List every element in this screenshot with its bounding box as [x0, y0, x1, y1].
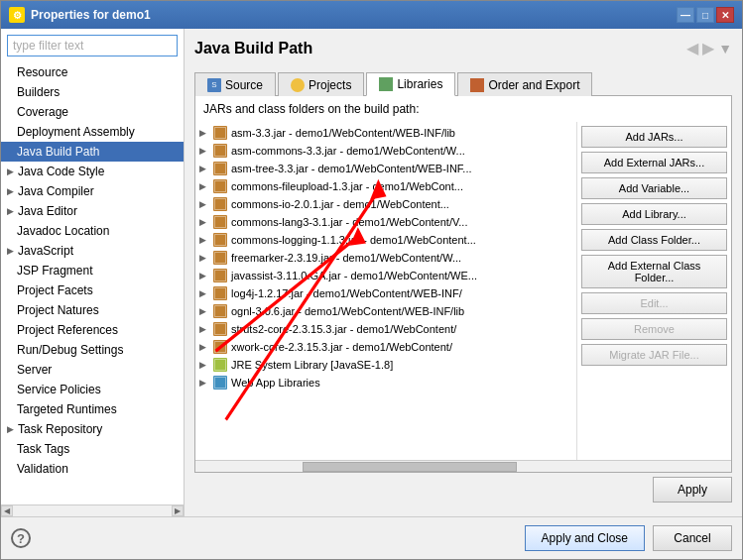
jar-icon [213, 322, 227, 336]
sidebar-item-validation[interactable]: Validation [1, 459, 184, 479]
cancel-button[interactable]: Cancel [653, 525, 732, 551]
jar-icon [213, 162, 227, 175]
lib-item-name: struts2-core-2.3.15.3.jar - demo1/WebCon… [231, 323, 456, 335]
scroll-left-button[interactable]: ◀ [1, 505, 13, 516]
sidebar-item-javascript[interactable]: ▶ JavaScript [1, 241, 184, 261]
edit-button[interactable]: Edit... [581, 292, 727, 314]
remove-button[interactable]: Remove [581, 318, 727, 340]
sidebar-item-task-repository[interactable]: ▶ Task Repository [1, 419, 184, 439]
sidebar-item-label: Java Editor [18, 204, 77, 218]
add-jars-button[interactable]: Add JARs... [581, 126, 727, 148]
close-button[interactable]: ✕ [716, 7, 734, 23]
sidebar-item-java-compiler[interactable]: ▶ Java Compiler [1, 181, 184, 201]
sidebar-item-project-facets[interactable]: Project Facets [1, 280, 184, 300]
expand-arrow-icon: ▶ [7, 246, 14, 256]
expand-icon: ▶ [199, 253, 209, 263]
sidebar-item-jsp-fragment[interactable]: JSP Fragment [1, 261, 184, 280]
sidebar-item-service-policies[interactable]: Service Policies [1, 380, 184, 399]
add-variable-button[interactable]: Add Variable... [581, 177, 727, 199]
back-arrow-icon[interactable]: ◀ [686, 39, 698, 57]
jar-icon [213, 251, 227, 265]
sidebar-item-label: Task Repository [18, 422, 102, 436]
sidebar-item-targeted-runtimes[interactable]: Targeted Runtimes [1, 399, 184, 419]
forward-arrow-icon[interactable]: ▶ [702, 39, 714, 57]
jar-icon [213, 340, 227, 354]
sidebar-item-builders[interactable]: Builders [1, 82, 184, 102]
list-item[interactable]: ▶ asm-commons-3.3.jar - demo1/WebContent… [195, 142, 576, 160]
sidebar-item-resource[interactable]: Resource [1, 62, 184, 82]
expand-icon: ▶ [199, 146, 209, 156]
tab-source[interactable]: S Source [194, 72, 276, 96]
lib-item-name: asm-commons-3.3.jar - demo1/WebContent/W… [231, 145, 465, 157]
list-item[interactable]: ▶ struts2-core-2.3.15.3.jar - demo1/WebC… [195, 320, 576, 338]
main-panel: Java Build Path ◀ ▶ ▼ S Source Projects [185, 29, 742, 516]
add-external-class-folder-button[interactable]: Add External Class Folder... [581, 255, 727, 288]
apply-close-button[interactable]: Apply and Close [525, 525, 645, 551]
sidebar-item-label: JSP Fragment [17, 264, 92, 278]
list-item[interactable]: ▶ asm-tree-3.3.jar - demo1/WebContent/WE… [195, 160, 576, 177]
list-item[interactable]: ▶ xwork-core-2.3.15.3.jar - demo1/WebCon… [195, 338, 576, 356]
migrate-jar-button[interactable]: Migrate JAR File... [581, 344, 727, 366]
help-button[interactable]: ? [11, 528, 31, 548]
sidebar-item-run-debug[interactable]: Run/Debug Settings [1, 340, 184, 360]
sidebar-item-java-code-style[interactable]: ▶ Java Code Style [1, 162, 184, 181]
minimize-button[interactable]: — [677, 7, 694, 23]
order-tab-icon [470, 78, 484, 92]
scroll-track [13, 505, 172, 516]
sidebar-item-java-editor[interactable]: ▶ Java Editor [1, 201, 184, 221]
navigation-arrows: ◀ ▶ ▼ [686, 39, 732, 57]
expand-icon: ▶ [199, 306, 209, 316]
add-class-folder-button[interactable]: Add Class Folder... [581, 229, 727, 251]
lib-item-name: commons-io-2.0.1.jar - demo1/WebContent.… [231, 198, 449, 210]
library-list-container: ▶ asm-3.3.jar - demo1/WebContent/WEB-INF… [195, 122, 577, 460]
source-tab-icon: S [207, 78, 221, 92]
sidebar-item-java-build-path[interactable]: Java Build Path [1, 142, 184, 162]
sidebar-item-label: Server [17, 363, 52, 377]
window-icon: ⚙ [9, 7, 25, 23]
tab-source-label: Source [225, 78, 263, 92]
list-item[interactable]: ▶ log4j-1.2.17.jar - demo1/WebContent/WE… [195, 284, 576, 302]
jar-icon [213, 197, 227, 211]
sidebar-item-server[interactable]: Server [1, 360, 184, 380]
lib-item-name: asm-tree-3.3.jar - demo1/WebContent/WEB-… [231, 163, 472, 174]
list-item[interactable]: ▶ freemarker-2.3.19.jar - demo1/WebConte… [195, 249, 576, 267]
list-item[interactable]: ▶ commons-lang3-3.1.jar - demo1/WebConte… [195, 213, 576, 231]
library-panel: JARs and class folders on the build path… [194, 96, 732, 473]
list-item[interactable]: ▶ commons-fileupload-1.3.jar - demo1/Web… [195, 177, 576, 195]
sidebar-item-coverage[interactable]: Coverage [1, 102, 184, 122]
sidebar: Resource Builders Coverage Deployment As… [1, 29, 185, 516]
expand-icon: ▶ [199, 128, 209, 138]
scrollbar-thumb[interactable] [303, 462, 517, 472]
list-item[interactable]: ▶ ognl-3.0.6.jar - demo1/WebContent/WEB-… [195, 302, 576, 320]
list-item[interactable]: ▶ javassist-3.11.0.GA.jar - demo1/WebCon… [195, 267, 576, 284]
tab-libraries[interactable]: Libraries [366, 72, 455, 96]
sidebar-item-task-tags[interactable]: Task Tags [1, 439, 184, 459]
sidebar-item-project-references[interactable]: Project References [1, 320, 184, 340]
filter-input[interactable] [7, 35, 178, 56]
add-library-button[interactable]: Add Library... [581, 203, 727, 225]
list-item[interactable]: ▶ Web App Libraries [195, 374, 576, 392]
sidebar-item-javadoc[interactable]: Javadoc Location [1, 221, 184, 241]
sidebar-item-deployment-assembly[interactable]: Deployment Assembly [1, 122, 184, 142]
tab-order-export[interactable]: Order and Export [457, 72, 592, 96]
dropdown-arrow-icon[interactable]: ▼ [718, 41, 732, 56]
lib-item-name: freemarker-2.3.19.jar - demo1/WebContent… [231, 252, 461, 264]
library-content: ▶ asm-3.3.jar - demo1/WebContent/WEB-INF… [195, 122, 731, 460]
list-item[interactable]: ▶ commons-io-2.0.1.jar - demo1/WebConten… [195, 195, 576, 213]
add-external-jars-button[interactable]: Add External JARs... [581, 152, 727, 173]
list-item[interactable]: ▶ commons-logging-1.1.3.jar - demo1/WebC… [195, 231, 576, 249]
sidebar-item-label: Task Tags [17, 442, 69, 456]
tab-order-label: Order and Export [488, 78, 579, 92]
lib-item-name: javassist-3.11.0.GA.jar - demo1/WebConte… [231, 270, 477, 281]
list-item[interactable]: ▶ JRE System Library [JavaSE-1.8] [195, 356, 576, 374]
apply-button[interactable]: Apply [653, 477, 732, 503]
maximize-button[interactable]: □ [696, 7, 714, 23]
list-item[interactable]: ▶ asm-3.3.jar - demo1/WebContent/WEB-INF… [195, 124, 576, 142]
sidebar-item-project-natures[interactable]: Project Natures [1, 300, 184, 320]
sidebar-horizontal-scrollbar[interactable]: ◀ ▶ [1, 504, 184, 516]
library-list-horizontal-scrollbar[interactable] [195, 460, 731, 472]
window-title: Properties for demo1 [31, 8, 151, 22]
scroll-right-button[interactable]: ▶ [172, 505, 184, 516]
tab-projects[interactable]: Projects [278, 72, 364, 96]
expand-icon: ▶ [199, 181, 209, 191]
